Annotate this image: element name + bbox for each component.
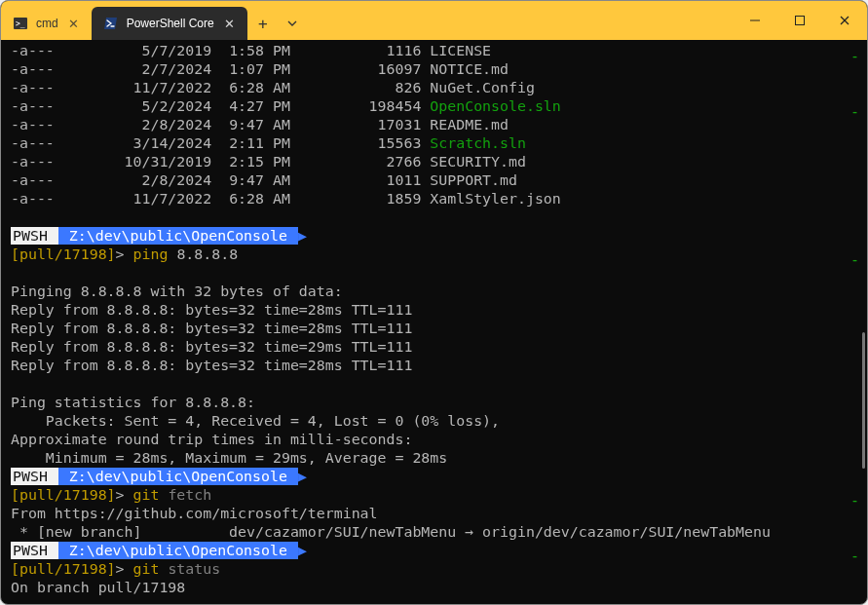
prompt-shell: PWSH <box>11 468 58 485</box>
output-line: From https://github.com/microsoft/termin… <box>11 505 861 523</box>
mark-indicator: - <box>850 48 859 65</box>
scrollbar[interactable] <box>856 40 866 604</box>
tab-label: cmd <box>36 17 58 30</box>
svg-text:>_: >_ <box>16 19 25 28</box>
output-line: Packets: Sent = 4, Received = 4, Lost = … <box>11 412 861 431</box>
output-line: Pinging 8.8.8.8 with 32 bytes of data: <box>11 283 861 301</box>
output-line: Reply from 8.8.8.8: bytes=32 time=29ms T… <box>11 338 861 357</box>
prompt-branch: [pull/17198] <box>11 486 116 504</box>
prompt-line: PWSH Z:\dev\public\OpenConsole ▶ <box>11 468 861 486</box>
prompt-line: PWSH Z:\dev\public\OpenConsole ▶ <box>11 542 861 560</box>
output-line: Reply from 8.8.8.8: bytes=32 time=28ms T… <box>11 357 861 375</box>
file-row: -a--- 3/14/2024 2:11 PM 15563 Scratch.sl… <box>11 134 861 153</box>
tab-powershell-core[interactable]: PowerShell Core ✕ <box>92 7 247 40</box>
maximize-button[interactable] <box>777 1 822 40</box>
prompt-path: Z:\dev\public\OpenConsole <box>58 468 298 485</box>
close-icon[interactable]: ✕ <box>222 16 238 31</box>
command-line: [pull/17198]> git status <box>11 560 861 579</box>
mark-indicator: - <box>850 548 859 565</box>
output-line: Ping statistics for 8.8.8.8: <box>11 394 861 412</box>
file-row: -a--- 2/8/2024 9:47 AM 17031 README.md <box>11 116 861 134</box>
file-row: -a--- 11/7/2022 6:28 AM 1859 XamlStyler.… <box>11 190 861 208</box>
terminal-window: >_ cmd ✕ PowerShell Core ✕ + <box>0 0 868 605</box>
tab-dropdown-button[interactable] <box>279 7 306 40</box>
output-line: Reply from 8.8.8.8: bytes=32 time=28ms T… <box>11 301 861 320</box>
mark-indicator: - <box>850 492 859 510</box>
prompt-shell: PWSH <box>11 542 58 559</box>
tab-cmd[interactable]: >_ cmd ✕ <box>1 7 92 40</box>
mark-indicator: - <box>850 103 859 121</box>
new-tab-button[interactable]: + <box>247 7 279 40</box>
window-controls <box>733 1 867 40</box>
prompt-line: PWSH Z:\dev\public\OpenConsole ▶ <box>11 227 861 246</box>
titlebar-drag-area[interactable] <box>306 1 733 40</box>
output-line: Reply from 8.8.8.8: bytes=32 time=28ms T… <box>11 320 861 338</box>
output-line: Minimum = 28ms, Maximum = 29ms, Average … <box>11 449 861 468</box>
file-row: -a--- 5/2/2024 4:27 PM 198454 OpenConsol… <box>11 97 861 116</box>
prompt-shell: PWSH <box>11 227 58 245</box>
file-row: -a--- 2/7/2024 1:07 PM 16097 NOTICE.md <box>11 60 861 79</box>
file-row: -a--- 5/7/2019 1:58 PM 1116 LICENSE <box>11 42 861 60</box>
close-window-button[interactable] <box>822 1 867 40</box>
command-line: [pull/17198]> git fetch <box>11 486 861 505</box>
powershell-icon <box>103 16 119 31</box>
command-line: [pull/17198]> ping 8.8.8.8 <box>11 246 861 264</box>
close-icon[interactable]: ✕ <box>66 16 82 31</box>
file-row: -a--- 11/7/2022 6:28 AM 826 NuGet.Config <box>11 79 861 97</box>
output-line: * [new branch] dev/cazamor/SUI/newTabMen… <box>11 523 861 542</box>
scrollbar-thumb[interactable] <box>862 332 865 469</box>
titlebar: >_ cmd ✕ PowerShell Core ✕ + <box>1 1 867 40</box>
output-line: On branch pull/17198 <box>11 579 861 597</box>
minimize-button[interactable] <box>733 1 777 40</box>
file-row: -a--- 2/8/2024 9:47 AM 1011 SUPPORT.md <box>11 171 861 190</box>
tab-label: PowerShell Core <box>127 17 214 30</box>
prompt-branch: [pull/17198] <box>11 246 116 263</box>
prompt-branch: [pull/17198] <box>11 560 116 578</box>
mark-indicator: - <box>850 251 859 269</box>
prompt-path: Z:\dev\public\OpenConsole <box>58 542 298 559</box>
tab-strip: >_ cmd ✕ PowerShell Core ✕ <box>1 1 247 40</box>
svg-rect-3 <box>796 17 805 25</box>
cmd-icon: >_ <box>13 16 28 31</box>
file-row: -a--- 10/31/2019 2:15 PM 2766 SECURITY.m… <box>11 153 861 171</box>
terminal-output[interactable]: -a--- 5/7/2019 1:58 PM 1116 LICENSE-a---… <box>1 40 867 604</box>
output-line: Approximate round trip times in milli-se… <box>11 431 861 449</box>
prompt-path: Z:\dev\public\OpenConsole <box>58 227 298 245</box>
